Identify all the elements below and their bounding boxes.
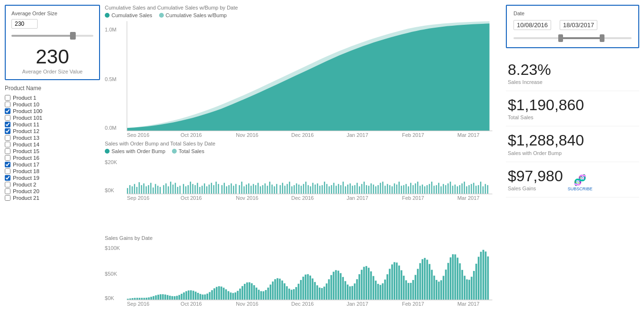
center-panel: Cumulative Sales and Cumulative Sales w/… bbox=[105, 5, 501, 326]
svg-rect-52 bbox=[253, 184, 254, 194]
date-start[interactable]: 10/08/2016 bbox=[513, 20, 551, 30]
total-sales-value: $1,190,860 bbox=[508, 97, 637, 114]
svg-rect-56 bbox=[262, 185, 263, 194]
svg-rect-175 bbox=[160, 294, 161, 300]
product-checkbox[interactable] bbox=[5, 115, 10, 121]
legend-item-total: Total Sales bbox=[172, 148, 204, 154]
svg-rect-235 bbox=[300, 280, 302, 300]
product-checkbox[interactable] bbox=[5, 188, 10, 194]
svg-rect-120 bbox=[413, 185, 413, 194]
legend-item-cumulative-bump: Cumulative Sales w/Bump bbox=[159, 12, 227, 18]
svg-rect-44 bbox=[233, 186, 234, 194]
svg-rect-135 bbox=[447, 183, 448, 194]
svg-rect-185 bbox=[183, 292, 185, 300]
avg-order-input[interactable] bbox=[11, 19, 38, 29]
product-item: Product 11 bbox=[5, 121, 100, 128]
svg-rect-166 bbox=[139, 298, 141, 300]
svg-rect-70 bbox=[296, 183, 297, 194]
product-name: Product 20 bbox=[13, 188, 40, 194]
svg-rect-168 bbox=[143, 298, 145, 300]
product-checkbox[interactable] bbox=[5, 162, 10, 167]
product-checkbox[interactable] bbox=[5, 122, 10, 127]
y-20k: $20K bbox=[105, 159, 117, 165]
svg-rect-198 bbox=[213, 289, 215, 300]
svg-rect-284 bbox=[414, 275, 416, 300]
svg-rect-286 bbox=[419, 263, 421, 300]
svg-rect-97 bbox=[359, 186, 360, 194]
svg-rect-12 bbox=[155, 184, 156, 194]
svg-rect-228 bbox=[284, 283, 286, 300]
svg-rect-87 bbox=[336, 186, 337, 194]
product-checkbox[interactable] bbox=[5, 108, 10, 114]
svg-text:Feb 2017: Feb 2017 bbox=[402, 195, 424, 200]
product-checkbox[interactable] bbox=[5, 148, 10, 154]
svg-rect-107 bbox=[382, 182, 383, 194]
subscribe-button[interactable]: 🧬 SUBSCRIBE bbox=[568, 174, 593, 191]
svg-rect-23 bbox=[183, 184, 184, 194]
x-mar-2017: Mar 2017 bbox=[457, 132, 479, 137]
product-name: Product 1 bbox=[13, 95, 36, 101]
avg-order-input-row bbox=[11, 19, 93, 29]
order-bump-chart-area: $20K $0K bbox=[105, 156, 501, 203]
product-checkbox[interactable] bbox=[5, 155, 10, 161]
product-item: Product 13 bbox=[5, 134, 100, 141]
y-0k: $0K bbox=[105, 187, 114, 193]
svg-rect-22 bbox=[180, 186, 181, 194]
svg-rect-152 bbox=[487, 185, 488, 194]
svg-rect-173 bbox=[155, 296, 157, 300]
svg-rect-27 bbox=[192, 184, 193, 194]
product-checkbox[interactable] bbox=[5, 168, 10, 174]
svg-rect-94 bbox=[352, 186, 353, 194]
product-list-title: Product Name bbox=[5, 85, 100, 92]
svg-rect-305 bbox=[464, 276, 466, 300]
product-checkbox[interactable] bbox=[5, 95, 10, 101]
product-item: Product 17 bbox=[5, 161, 100, 168]
svg-rect-282 bbox=[410, 283, 412, 300]
svg-rect-279 bbox=[403, 276, 405, 300]
svg-rect-91 bbox=[345, 186, 346, 194]
svg-rect-303 bbox=[459, 263, 461, 300]
date-end[interactable]: 18/03/2017 bbox=[560, 20, 597, 30]
avg-order-display-label: Average Order Size Value bbox=[11, 69, 93, 74]
slider-thumb[interactable] bbox=[70, 32, 76, 40]
y-label-1m: 1.0M bbox=[105, 27, 116, 32]
product-checkbox[interactable] bbox=[5, 128, 10, 134]
product-checkbox[interactable] bbox=[5, 175, 10, 181]
date-thumb-right[interactable] bbox=[600, 34, 604, 42]
cumulative-chart-title: Cumulative Sales and Cumulative Sales w/… bbox=[105, 5, 501, 10]
area-cumulative bbox=[127, 23, 489, 131]
svg-rect-300 bbox=[452, 254, 454, 300]
product-checkbox[interactable] bbox=[5, 135, 10, 141]
svg-rect-184 bbox=[181, 294, 182, 300]
svg-rect-191 bbox=[197, 293, 199, 300]
svg-rect-202 bbox=[223, 288, 225, 300]
svg-rect-95 bbox=[354, 185, 355, 194]
y-100k: $100K bbox=[105, 245, 120, 251]
svg-rect-137 bbox=[452, 186, 453, 194]
svg-rect-86 bbox=[333, 183, 334, 194]
svg-rect-67 bbox=[289, 182, 290, 194]
svg-rect-290 bbox=[429, 264, 431, 300]
product-name: Product 12 bbox=[13, 128, 40, 134]
product-checkbox[interactable] bbox=[5, 182, 10, 187]
date-thumb-left[interactable] bbox=[558, 34, 563, 42]
metric-sales-order-bump: $1,288,840 Sales with Order Bump bbox=[506, 126, 639, 162]
product-name: Product 18 bbox=[13, 168, 40, 174]
svg-rect-285 bbox=[417, 269, 419, 300]
product-checkbox[interactable] bbox=[5, 195, 10, 201]
svg-rect-77 bbox=[312, 183, 313, 194]
date-range-slider[interactable] bbox=[513, 34, 632, 42]
svg-rect-179 bbox=[169, 296, 171, 300]
svg-rect-24 bbox=[185, 186, 186, 194]
svg-rect-124 bbox=[422, 185, 423, 194]
svg-rect-25 bbox=[188, 185, 189, 194]
order-bump-chart-title: Sales with Order Bump and Total Sales by… bbox=[105, 141, 501, 146]
svg-rect-264 bbox=[368, 268, 370, 300]
svg-rect-141 bbox=[462, 183, 463, 194]
svg-rect-231 bbox=[291, 290, 292, 300]
avg-order-slider[interactable] bbox=[11, 31, 93, 40]
product-checkbox[interactable] bbox=[5, 102, 10, 107]
svg-rect-101 bbox=[368, 186, 369, 194]
svg-rect-204 bbox=[228, 291, 230, 300]
product-checkbox[interactable] bbox=[5, 142, 10, 147]
